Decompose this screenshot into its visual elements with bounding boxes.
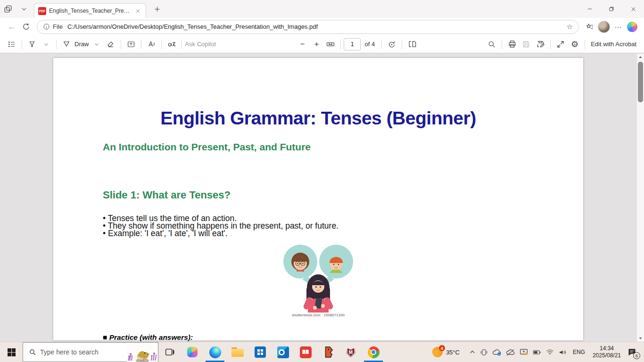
url-field[interactable]: File C:/Users/armon/OneDrive/Desktop/Eng… (37, 20, 579, 34)
screen-share-icon[interactable] (517, 342, 530, 362)
fit-to-width-icon[interactable] (323, 38, 338, 51)
zoom-out-icon[interactable]: − (295, 38, 309, 51)
vertical-scrollbar[interactable] (637, 54, 644, 342)
language-indicator[interactable]: ENG (569, 349, 589, 355)
taskbar-clock[interactable]: 14:34 2025/08/21 (589, 345, 625, 359)
save-icon[interactable] (519, 38, 533, 51)
outlook-icon (277, 346, 289, 358)
toolbar-separator (340, 40, 341, 49)
add-text-icon[interactable] (124, 38, 138, 51)
draw-chevron-icon[interactable] (90, 38, 104, 51)
pdf-page: English Grammar: Tenses (Beginner) An In… (53, 58, 583, 340)
refresh-icon[interactable] (19, 20, 33, 34)
copilot-logo (187, 347, 198, 357)
taskbar-edge-button[interactable] (204, 342, 226, 362)
page-number-input[interactable] (344, 38, 361, 50)
weather-sun-icon: 4 (432, 347, 443, 357)
active-tab[interactable]: PDF English_Tenses_Teacher_Presentat (34, 3, 146, 18)
task-view-button[interactable] (158, 342, 181, 362)
settings-gear-icon[interactable]: ⚙ (568, 38, 582, 51)
address-bar: ← File C:/Users/armon/OneDrive/Desktop/E… (0, 18, 644, 35)
red-book-icon (300, 346, 312, 358)
read-aloud-icon[interactable] (144, 38, 158, 51)
cloud-paused-icon[interactable] (504, 342, 517, 362)
toolbar-separator (402, 40, 402, 49)
new-tab-button[interactable] (150, 2, 164, 16)
url-scheme-label: File (53, 23, 63, 30)
minimize-button[interactable] (579, 0, 601, 18)
search-document-icon[interactable] (485, 38, 499, 51)
fullscreen-icon[interactable] (553, 38, 568, 51)
weather-button[interactable]: 4 35°C (430, 342, 467, 362)
tab-title: English_Tenses_Teacher_Presentat (49, 8, 131, 14)
toolbar-separator (381, 40, 382, 49)
toolbar-separator (182, 40, 182, 49)
onedrive-icon[interactable] (490, 342, 504, 362)
conversation-illustration (281, 242, 356, 313)
outlook-button[interactable] (272, 342, 294, 362)
search-highlight-bird-image[interactable] (127, 343, 158, 362)
reader-app-button[interactable] (294, 342, 317, 362)
translate-icon[interactable] (165, 38, 179, 51)
favorite-star-icon[interactable]: ☆ (567, 23, 573, 31)
highlight-icon[interactable] (25, 38, 39, 51)
profile-app-button[interactable] (317, 342, 339, 362)
pdf-badge-text: PDF (39, 9, 45, 13)
scroll-down-icon[interactable] (637, 335, 644, 342)
toolbar-separator (121, 40, 121, 49)
file-explorer-icon (231, 347, 244, 357)
pdf-file-icon: PDF (38, 7, 46, 15)
tray-expand-chevron-icon[interactable] (467, 342, 478, 362)
document-subtitle: An Introduction to Present, Past, and Fu… (103, 141, 311, 153)
wifi-icon[interactable] (544, 342, 556, 362)
toolbar-separator (56, 40, 57, 49)
scroll-up-icon[interactable] (637, 54, 644, 61)
taskbar-copilot-button[interactable] (181, 342, 204, 362)
phone-link-icon[interactable] (478, 342, 490, 362)
tab-strip: PDF English_Tenses_Teacher_Presentat (0, 0, 644, 18)
page-view-icon[interactable] (405, 38, 419, 51)
url-text: C:/Users/armon/OneDrive/Desktop/English_… (67, 23, 563, 30)
workspaces-icon[interactable] (0, 2, 16, 16)
draw-label[interactable]: Draw (74, 41, 89, 48)
edge-icon (209, 346, 221, 358)
slide-heading: Slide 1: What are Tenses? (103, 189, 231, 201)
print-icon[interactable] (505, 38, 519, 51)
save-as-icon[interactable] (533, 38, 547, 51)
eraser-icon[interactable] (104, 38, 118, 51)
tab-search-chevron-icon[interactable] (16, 2, 32, 16)
taskbar-search-input[interactable] (40, 348, 127, 356)
microsoft-store-button[interactable] (249, 342, 272, 362)
bullet-list: • Tenses tell us the time of an action. … (103, 214, 339, 238)
rotate-icon[interactable] (385, 38, 399, 51)
favorites-bar-icon[interactable] (583, 20, 597, 34)
copilot-icon[interactable] (625, 20, 639, 34)
highlight-chevron-icon[interactable] (39, 38, 53, 51)
draw-icon[interactable] (59, 38, 74, 51)
mcafee-button[interactable]: M (339, 342, 362, 362)
battery-icon[interactable] (530, 342, 544, 362)
taskbar-chrome-button[interactable] (362, 342, 385, 362)
site-info-icon[interactable] (43, 23, 50, 30)
document-title: English Grammar: Tenses (Beginner) (53, 108, 583, 129)
table-of-contents-icon[interactable] (5, 38, 19, 51)
edit-with-acrobat-button[interactable]: Edit with Acrobat (591, 41, 636, 48)
restore-button[interactable] (601, 0, 622, 18)
window-controls (579, 0, 644, 18)
scrollbar-thumb[interactable] (638, 62, 643, 102)
page-count-label: of 4 (364, 41, 375, 48)
volume-icon[interactable] (556, 342, 569, 362)
more-menu-icon[interactable]: ··· (611, 20, 625, 34)
ask-copilot-input[interactable] (185, 41, 230, 48)
back-icon[interactable]: ← (5, 20, 19, 34)
file-explorer-button[interactable] (226, 342, 249, 362)
profile-avatar[interactable] (597, 20, 611, 34)
toolbar-separator (502, 40, 502, 49)
tab-close-icon[interactable] (133, 7, 142, 15)
close-button[interactable] (622, 0, 644, 18)
taskbar-search-box[interactable] (23, 342, 158, 362)
start-button[interactable] (0, 342, 23, 362)
action-center-button[interactable]: 6 (625, 342, 642, 362)
orange-profile-icon (323, 346, 333, 358)
zoom-in-icon[interactable]: + (309, 38, 323, 51)
